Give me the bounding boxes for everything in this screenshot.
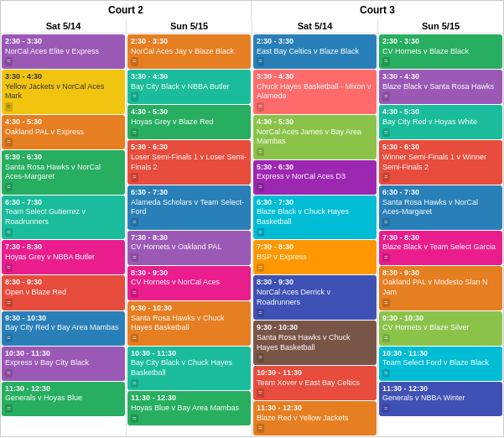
- list-item: 9:30 - 10:30Bay City Red v Bay Area Mamb…: [2, 311, 125, 346]
- slot-teams: Blaze Black v Team Select Garcia: [382, 242, 499, 253]
- court2-header: Court 2: [1, 1, 252, 19]
- slot-equals: =: [257, 148, 264, 156]
- slot-time: 2:30 - 3:30: [5, 37, 122, 47]
- slot-equals: =: [131, 218, 138, 227]
- slot-time: 4:30 - 5:30: [5, 117, 122, 128]
- slot-time: 7:30 - 8:30: [5, 242, 122, 253]
- list-item: 5:30 - 6:30Santa Rosa Hawks v NorCal Ace…: [2, 150, 125, 195]
- slot-equals: =: [257, 228, 264, 237]
- slot-equals: =: [5, 334, 13, 342]
- slot-equals: =: [382, 253, 390, 262]
- slot-equals: =: [257, 309, 264, 317]
- slot-equals: =: [131, 173, 138, 181]
- list-item: 6:30 - 7:30Santa Rosa Hawks v NorCal Ace…: [379, 185, 502, 230]
- slot-teams: Oakland PAL v Modesto Slan N Jam: [382, 278, 499, 297]
- slot-time: 5:30 - 6:30: [257, 163, 373, 173]
- list-item: 6:30 - 7:30Alameda Scholars v Team Selec…: [127, 185, 251, 230]
- slot-time: 10:30 - 11:30: [131, 349, 247, 359]
- slot-teams: Express v Bay City Black: [5, 358, 122, 368]
- slot-teams: NorCal Aces Elite v Express: [5, 47, 122, 57]
- slot-equals: =: [5, 263, 13, 272]
- list-item: 6:30 - 7:30Team Select Gutierrez v Roadr…: [2, 196, 125, 240]
- slot-equals: =: [5, 138, 13, 146]
- slot-equals: =: [5, 404, 13, 413]
- list-item: 7:30 - 8:30BSP v Express=: [253, 240, 377, 274]
- slot-teams: Loser Semi-Finals 1 v Loser Semi-Finals …: [131, 153, 247, 172]
- slot-teams: East Bay Celtics v Blaze Black: [257, 47, 373, 57]
- slot-time: 2:30 - 3:30: [257, 37, 373, 47]
- slot-equals: =: [382, 92, 390, 101]
- slot-time: 3:30 - 4:30: [257, 72, 373, 82]
- slot-time: 8:30 - 9:30: [382, 269, 499, 279]
- slot-time: 2:30 - 3:30: [131, 37, 247, 47]
- court3-sun-header: Sun 5/15: [378, 19, 503, 33]
- list-item: 10:30 - 11:30Team Xover v East Bay Celti…: [253, 366, 377, 400]
- slot-time: 3:30 - 4:30: [5, 72, 122, 82]
- list-item: 3:30 - 4:30Chuck Hayes Basketball - Mixo…: [253, 70, 377, 114]
- list-item: 7:30 - 8:30Blaze Black v Team Select Gar…: [379, 231, 502, 265]
- slot-time: 5:30 - 6:30: [382, 143, 499, 153]
- slot-teams: CV Hornets v Blaze Silver: [382, 323, 499, 333]
- column-court2-sun: 2:30 - 3:30NorCal Aces Jay v Blaze Black…: [127, 34, 252, 436]
- list-item: 5:30 - 6:30Loser Semi-Finals 1 v Loser S…: [127, 140, 251, 185]
- slot-equals: =: [131, 379, 138, 388]
- list-item: 11:30 - 12:30Generals v Hoyas Blue=: [2, 382, 125, 416]
- list-item: 9:30 - 10:30CV Hornets v Blaze Silver=: [379, 311, 502, 346]
- slot-teams: CV Hornets v Oakland PAL: [131, 242, 247, 253]
- slot-equals: =: [257, 424, 264, 432]
- list-item: 10:30 - 11:30Bay City Black v Chuck Haye…: [127, 347, 251, 391]
- slot-time: 5:30 - 6:30: [131, 143, 247, 153]
- slot-teams: Bay City Black v NBBA Butler: [131, 82, 247, 92]
- list-item: 7:30 - 8:30CV Hornets v Oakland PAL=: [127, 231, 251, 265]
- slot-teams: Hoyas Grey v NBBA Butler: [5, 253, 122, 263]
- slot-equals: =: [131, 57, 138, 65]
- slot-teams: Generals v Hoyas Blue: [5, 394, 122, 404]
- slot-teams: CV Hornets v NorCal Aces: [131, 278, 247, 288]
- slot-time: 4:30 - 5:30: [382, 107, 499, 117]
- slot-equals: =: [382, 404, 390, 413]
- list-item: 3:30 - 4:30Yellow Jackets v NorCal Aces …: [2, 70, 125, 114]
- schedule-grid: 2:30 - 3:30NorCal Aces Elite v Express=3…: [1, 34, 503, 436]
- slot-equals: =: [5, 102, 13, 111]
- slot-teams: Bay City Red v Bay Area Mambas: [5, 323, 122, 333]
- slot-time: 9:30 - 10:30: [257, 323, 373, 333]
- list-item: 2:30 - 3:30NorCal Aces Jay v Blaze Black…: [127, 34, 251, 69]
- court3-header: Court 3: [252, 1, 503, 19]
- slot-teams: Chuck Hayes Basketball - Mixon v Alameda: [257, 82, 373, 102]
- slot-time: 11:30 - 12:30: [5, 384, 122, 394]
- slot-time: 6:30 - 7:30: [5, 198, 122, 208]
- slot-time: 9:30 - 10:30: [131, 304, 247, 314]
- court2-sat-header: Sat 5/14: [1, 19, 127, 33]
- slot-equals: =: [5, 57, 13, 65]
- slot-teams: NorCal Aces Derrick v Roadrunners: [257, 288, 373, 307]
- list-item: 7:30 - 8:30Hoyas Grey v NBBA Butler=: [2, 240, 125, 274]
- slot-teams: Santa Rosa Hawks v NorCal Aces-Margaret: [5, 163, 122, 182]
- slot-teams: Oakland PAL v Express: [5, 128, 122, 138]
- slot-teams: Santa Rosa Hawks v NorCal Aces-Margaret: [382, 198, 499, 217]
- slot-time: 11:30 - 12:30: [382, 384, 499, 394]
- slot-time: 8:30 - 9:30: [257, 278, 373, 288]
- slot-teams: Bay City Red v Hoyas White: [382, 117, 499, 128]
- slot-equals: =: [382, 173, 390, 181]
- list-item: 9:30 - 10:30Santa Rosa Hawks v Chuck Hay…: [127, 301, 251, 346]
- slot-time: 2:30 - 3:30: [382, 37, 499, 47]
- list-item: 8:30 - 9:30Open v Blaze Red=: [2, 275, 125, 310]
- slot-equals: =: [382, 334, 390, 342]
- court-headers: Court 2 Court 3: [1, 1, 503, 19]
- slot-teams: Open v Blaze Red: [5, 288, 122, 298]
- slot-teams: NorCal Aces Jay v Blaze Black: [131, 47, 247, 57]
- slot-equals: =: [382, 57, 390, 65]
- slot-equals: =: [5, 228, 13, 237]
- slot-equals: =: [131, 415, 138, 423]
- slot-teams: Team Xover v East Bay Celtics: [257, 378, 373, 388]
- slot-teams: Team Select Ford v Blaze Black: [382, 358, 499, 368]
- list-item: 4:30 - 5:30Hoyas Grey v Blaze Red=: [127, 105, 251, 139]
- slot-time: 9:30 - 10:30: [382, 314, 499, 324]
- slot-teams: Alameda Scholars v Team Select-Ford: [131, 198, 247, 217]
- slot-equals: =: [131, 128, 138, 137]
- slot-equals: =: [382, 369, 390, 378]
- list-item: 8:30 - 9:30Oakland PAL v Modesto Slan N …: [379, 266, 502, 310]
- slot-teams: Santa Rosa Hawks v Chuck Hayes Basketbal…: [257, 333, 373, 352]
- list-item: 4:30 - 5:30Bay City Red v Hoyas White=: [379, 105, 502, 139]
- slot-time: 7:30 - 8:30: [131, 233, 247, 243]
